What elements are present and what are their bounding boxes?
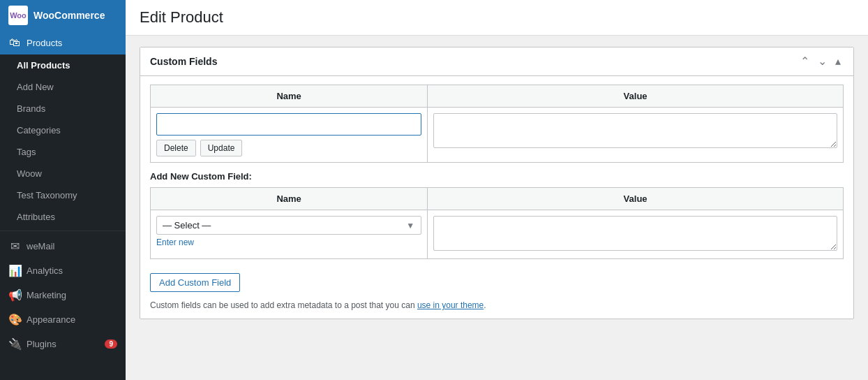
custom-fields-metabox: Custom Fields ⌃ ⌄ ▴ Name Value bbox=[140, 47, 854, 319]
sidebar-item-label: Tags bbox=[17, 147, 36, 157]
sidebar-item-plugins[interactable]: 🔌 Plugins 9 bbox=[0, 332, 126, 356]
sidebar-item-label: Attributes bbox=[17, 212, 55, 222]
sidebar-item-label: Test Taxonomy bbox=[17, 190, 77, 200]
sidebar-item-label: Products bbox=[27, 38, 62, 48]
plugins-badge: 9 bbox=[105, 339, 117, 349]
main-content: Edit Product Custom Fields ⌃ ⌄ ▴ Name Va bbox=[126, 0, 868, 380]
sidebar-item-woow[interactable]: Woow bbox=[0, 163, 126, 184]
sidebar-item-label: weMail bbox=[27, 241, 54, 251]
analytics-icon: 📊 bbox=[8, 264, 21, 277]
sidebar-item-products-menu[interactable]: 🛍 Products bbox=[0, 31, 126, 54]
new-cf-value-cell bbox=[428, 210, 844, 259]
sidebar: Woo WooCommerce 🛍 Products All Products … bbox=[0, 0, 126, 380]
sidebar-item-marketing[interactable]: 📢 Marketing bbox=[0, 283, 126, 307]
sidebar-item-categories[interactable]: Categories bbox=[0, 119, 126, 141]
sidebar-item-appearance[interactable]: 🎨 Appearance bbox=[0, 307, 126, 332]
new-cf-value-textarea[interactable] bbox=[433, 216, 837, 251]
sidebar-item-attributes[interactable]: Attributes bbox=[0, 206, 126, 228]
woo-icon: Woo bbox=[8, 6, 28, 25]
existing-cf-name-input[interactable] bbox=[156, 113, 421, 136]
enter-new-link[interactable]: Enter new bbox=[156, 238, 194, 247]
metabox-body: Name Value Delete Update bbox=[140, 76, 853, 319]
existing-cf-table: Name Value Delete Update bbox=[150, 85, 844, 163]
content-area: Custom Fields ⌃ ⌄ ▴ Name Value bbox=[126, 36, 868, 380]
sidebar-item-wemail[interactable]: ✉ weMail bbox=[0, 234, 126, 258]
existing-cf-value-cell bbox=[428, 108, 844, 163]
new-cf-name-cell: — Select — ▼ Enter new bbox=[151, 210, 428, 259]
add-new-label: Add New Custom Field: bbox=[150, 171, 844, 182]
sidebar-item-brands[interactable]: Brands bbox=[0, 98, 126, 119]
new-cf-table: Name Value — Select — ▼ bbox=[150, 187, 844, 259]
new-name-header: Name bbox=[151, 188, 428, 210]
new-cf-row: — Select — ▼ Enter new bbox=[151, 210, 844, 259]
metabox-title: Custom Fields bbox=[150, 56, 217, 67]
cf-footer: Custom fields can be used to add extra m… bbox=[150, 300, 844, 310]
new-value-header: Value bbox=[428, 188, 844, 210]
existing-value-header: Value bbox=[428, 85, 844, 108]
sidebar-item-label: Add New bbox=[17, 82, 54, 92]
cf-footer-text: Custom fields can be used to add extra m… bbox=[150, 300, 417, 310]
sidebar-logo-label: WooCommerce bbox=[33, 10, 105, 21]
cf-name-select[interactable]: — Select — bbox=[156, 216, 421, 235]
plugins-icon: 🔌 bbox=[8, 337, 21, 351]
sidebar-item-label: Marketing bbox=[27, 290, 66, 300]
cf-footer-period: . bbox=[484, 300, 486, 310]
sidebar-item-label: Brands bbox=[17, 103, 45, 114]
select-wrapper: — Select — ▼ bbox=[156, 216, 421, 235]
cf-action-buttons: Delete Update bbox=[156, 140, 421, 156]
existing-cf-row: Delete Update bbox=[151, 108, 844, 163]
sidebar-item-analytics[interactable]: 📊 Analytics bbox=[0, 258, 126, 283]
sidebar-divider bbox=[0, 231, 126, 231]
sidebar-item-add-new[interactable]: Add New bbox=[0, 76, 126, 98]
metabox-header: Custom Fields ⌃ ⌄ ▴ bbox=[140, 48, 853, 76]
metabox-collapse-down-button[interactable]: ⌄ bbox=[815, 54, 830, 68]
existing-cf-value-textarea[interactable] bbox=[433, 113, 837, 148]
sidebar-item-label: Categories bbox=[17, 125, 61, 136]
page-header: Edit Product bbox=[126, 0, 868, 36]
sidebar-item-tags[interactable]: Tags bbox=[0, 141, 126, 163]
metabox-toggle-button[interactable]: ▴ bbox=[832, 54, 844, 68]
update-cf-button[interactable]: Update bbox=[200, 140, 243, 156]
metabox-controls: ⌃ ⌄ ▴ bbox=[798, 54, 844, 68]
sidebar-item-label: Woow bbox=[17, 168, 42, 179]
sidebar-item-all-products[interactable]: All Products bbox=[0, 54, 126, 76]
appearance-icon: 🎨 bbox=[8, 313, 21, 326]
delete-cf-button[interactable]: Delete bbox=[156, 140, 196, 156]
sidebar-item-label: Plugins bbox=[27, 339, 57, 349]
sidebar-item-label: Analytics bbox=[27, 265, 63, 276]
sidebar-item-label: All Products bbox=[17, 60, 70, 71]
sidebar-item-test-taxonomy[interactable]: Test Taxonomy bbox=[0, 184, 126, 206]
wemail-icon: ✉ bbox=[8, 240, 21, 253]
existing-cf-name-cell: Delete Update bbox=[151, 108, 428, 163]
page-title: Edit Product bbox=[140, 8, 854, 27]
sidebar-logo[interactable]: Woo WooCommerce bbox=[0, 0, 126, 31]
cf-footer-link[interactable]: use in your theme bbox=[417, 300, 484, 310]
metabox-collapse-up-button[interactable]: ⌃ bbox=[798, 54, 812, 68]
sidebar-item-label: Appearance bbox=[27, 314, 75, 325]
products-menu-icon: 🛍 bbox=[8, 36, 21, 49]
marketing-icon: 📢 bbox=[8, 288, 21, 302]
add-custom-field-button[interactable]: Add Custom Field bbox=[150, 273, 240, 292]
existing-name-header: Name bbox=[151, 85, 428, 108]
